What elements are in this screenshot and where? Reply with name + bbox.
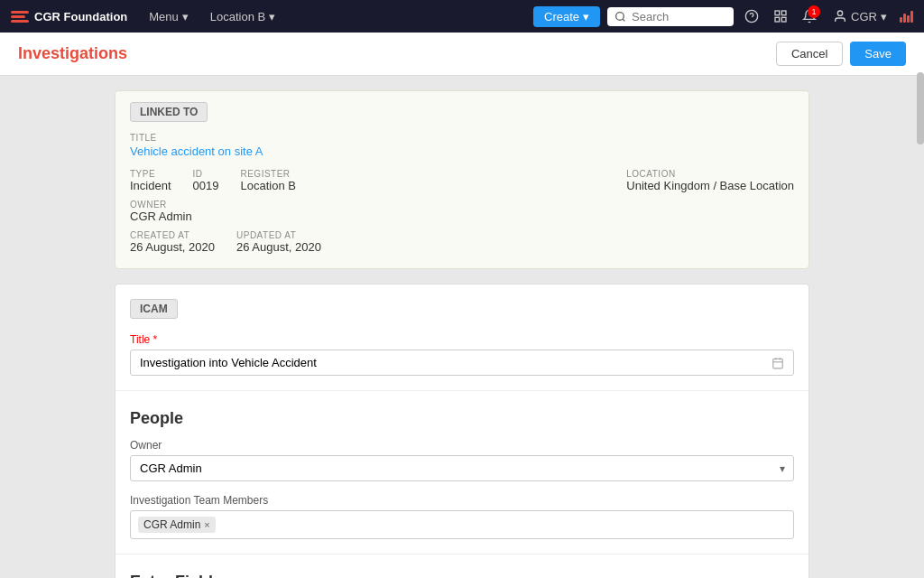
topnav: CGR Foundation Menu ▾ Location B ▾ Creat… <box>0 0 924 33</box>
cancel-button[interactable]: Cancel <box>776 42 843 66</box>
svg-rect-7 <box>781 17 786 22</box>
created-label: CREATED AT <box>130 230 215 240</box>
owner-field-label: Owner <box>130 439 794 452</box>
search-input[interactable] <box>632 10 722 23</box>
svg-point-0 <box>616 12 624 20</box>
create-button[interactable]: Create ▾ <box>533 6 600 27</box>
location-button[interactable]: Location B ▾ <box>203 6 282 27</box>
register-value: Location B <box>240 179 605 192</box>
grid-button[interactable] <box>770 5 791 27</box>
logo-text: CGR Foundation <box>34 10 127 23</box>
location-label: LOCATION <box>626 169 794 179</box>
extra-fields-heading: Extra Fields <box>130 573 794 578</box>
save-button[interactable]: Save <box>850 42 906 66</box>
svg-rect-4 <box>775 11 780 15</box>
subheader: Investigations Cancel Save <box>0 33 924 76</box>
owner-select[interactable]: CGR Admin <box>130 455 794 481</box>
owner-select-wrap[interactable]: CGR Admin ▾ <box>130 455 794 481</box>
logo: CGR Foundation <box>11 10 127 23</box>
svg-rect-9 <box>773 359 783 368</box>
register-label: REGISTER <box>240 169 605 179</box>
team-input[interactable]: CGR Admin × <box>130 510 794 539</box>
chevron-down-icon: ▾ <box>182 10 189 23</box>
id-label: ID <box>193 169 219 179</box>
type-label: TYPE <box>130 169 171 179</box>
scrollbar-thumb[interactable] <box>917 72 924 144</box>
search-box[interactable] <box>607 7 734 26</box>
owner-label: OWNER <box>130 200 218 210</box>
title-field-wrap[interactable] <box>130 350 794 376</box>
id-value: 0019 <box>193 179 219 192</box>
linked-to-card: LINKED TO TITLE Vehicle accident on site… <box>115 90 809 269</box>
title-field-label: Title * <box>130 333 794 346</box>
svg-rect-5 <box>781 11 786 15</box>
svg-rect-6 <box>775 17 780 22</box>
menu-button[interactable]: Menu ▾ <box>142 6 196 27</box>
owner-value: CGR Admin <box>130 210 218 223</box>
title-meta-label: TITLE <box>130 133 794 143</box>
user-icon <box>833 9 847 23</box>
chart-icon <box>900 11 913 23</box>
user-menu-button[interactable]: CGR ▾ <box>827 5 892 27</box>
subheader-actions: Cancel Save <box>776 42 906 66</box>
team-tag: CGR Admin × <box>138 517 216 533</box>
svg-point-8 <box>837 11 842 15</box>
updated-label: UPDATED AT <box>236 230 321 240</box>
form-card: ICAM Title * People Owner CGR Admin <box>115 284 809 578</box>
location-value: United Kingdom / Base Location <box>626 179 794 192</box>
logo-icon <box>11 11 29 23</box>
people-heading: People <box>130 409 794 428</box>
icam-badge: ICAM <box>130 299 178 319</box>
team-field-label: Investigation Team Members <box>130 494 794 507</box>
main-content: LINKED TO TITLE Vehicle accident on site… <box>0 76 924 578</box>
svg-line-1 <box>623 19 624 21</box>
chevron-down-icon: ▾ <box>881 10 887 23</box>
grid-icon <box>773 9 788 23</box>
linked-title-link[interactable]: Vehicle accident on site A <box>130 144 794 158</box>
search-icon <box>614 11 626 23</box>
team-tag-remove[interactable]: × <box>204 519 209 530</box>
created-value: 26 August, 2020 <box>130 240 215 254</box>
type-value: Incident <box>130 179 171 192</box>
notification-button[interactable]: 1 <box>799 5 820 27</box>
help-button[interactable] <box>741 5 762 27</box>
linked-to-badge: LINKED TO <box>130 102 208 122</box>
notification-badge: 1 <box>808 5 820 18</box>
updated-value: 26 August, 2020 <box>236 240 321 254</box>
title-input[interactable] <box>140 356 772 369</box>
chevron-down-icon: ▾ <box>269 10 275 23</box>
page-title: Investigations <box>18 44 127 63</box>
help-icon <box>744 9 759 23</box>
calendar-icon <box>772 357 784 369</box>
chevron-down-icon: ▾ <box>583 10 589 23</box>
